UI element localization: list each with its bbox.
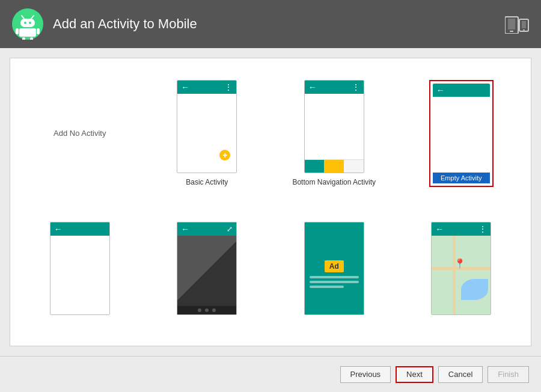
basic-activity-label: Basic Activity — [186, 178, 228, 186]
svg-point-4 — [24, 22, 26, 24]
activity-card-ad[interactable]: Ad — [304, 222, 364, 320]
fullscreen-content — [177, 236, 236, 306]
ad-top-bar — [305, 222, 364, 236]
map-phone: ← ⋮ 📍 — [431, 222, 491, 315]
activity-card-fullscreen[interactable]: ← ⤢ — [177, 222, 237, 320]
selected-activity-label-bar: Empty Activity — [433, 173, 490, 183]
activity-grid: Add No Activity ← ⋮ + Basic Activity ← — [10, 58, 531, 346]
back-arrow-icon: ← — [181, 82, 189, 92]
fullscreen-phone: ← ⤢ — [177, 222, 237, 315]
svg-rect-3 — [20, 19, 35, 27]
svg-point-5 — [29, 22, 31, 24]
activity-card-basic[interactable]: ← ⋮ + Basic Activity — [177, 80, 237, 186]
svg-rect-15 — [522, 21, 526, 28]
header: Add an Activity to Mobile — [0, 0, 541, 48]
expand-icon: ⤢ — [227, 225, 233, 233]
ad-lines — [310, 276, 359, 290]
activity-card-empty[interactable]: ← Empty Activity — [429, 80, 494, 187]
ad-phone: Ad — [304, 222, 364, 315]
svg-rect-8 — [37, 28, 40, 34]
activity-card-no-activity[interactable]: Add No Activity — [53, 87, 106, 180]
fragment-phone-body — [50, 236, 109, 314]
back-arrow-icon: ← — [308, 82, 317, 92]
svg-rect-16 — [523, 29, 525, 31]
ad-line — [310, 281, 359, 283]
phone-button — [212, 308, 216, 312]
menu-dots-icon: ⋮ — [352, 82, 360, 92]
device-icon — [505, 14, 529, 34]
ad-line — [310, 286, 344, 288]
map-water — [461, 279, 488, 300]
activity-card-bottom-nav[interactable]: ← ⋮ Bottom Navigation Activity — [292, 80, 376, 186]
fullscreen-diagonal — [177, 236, 236, 306]
previous-button[interactable]: Previous — [340, 366, 391, 383]
bottom-nav-item-2 — [324, 160, 344, 173]
selected-border: ← Empty Activity — [429, 80, 494, 187]
basic-activity-phone: ← ⋮ + — [177, 80, 237, 173]
bottom-nav-phone-bar: ← ⋮ — [305, 81, 364, 94]
empty-phone-bar: ← — [433, 84, 490, 97]
bottom-nav-activity-label: Bottom Navigation Activity — [292, 178, 376, 186]
back-arrow-icon: ← — [54, 224, 63, 234]
map-content: 📍 — [432, 236, 491, 314]
map-background: 📍 — [432, 236, 491, 314]
empty-phone-body — [433, 97, 490, 173]
empty-activity-phone: ← — [433, 84, 490, 173]
activity-card-map[interactable]: ← ⋮ 📍 — [431, 222, 491, 320]
back-arrow-icon: ← — [181, 224, 189, 234]
ad-line — [310, 276, 359, 278]
finish-button[interactable]: Finish — [488, 366, 529, 383]
menu-dots-icon: ⋮ — [224, 82, 233, 92]
svg-rect-13 — [510, 31, 513, 32]
basic-phone-body: + — [177, 94, 236, 173]
ad-body: Ad — [305, 236, 364, 314]
back-arrow-icon: ← — [435, 224, 444, 234]
basic-phone-bar: ← ⋮ — [177, 81, 236, 94]
bottom-nav-phone: ← ⋮ — [304, 80, 364, 173]
cancel-button[interactable]: Cancel — [438, 366, 483, 383]
fragment-phone: ← — [50, 222, 110, 315]
no-activity-placeholder: Add No Activity — [53, 87, 106, 180]
bottom-nav-item-3 — [344, 160, 364, 173]
svg-rect-7 — [16, 28, 19, 34]
next-button[interactable]: Next — [396, 366, 433, 383]
content-area: Add No Activity ← ⋮ + Basic Activity ← — [0, 48, 541, 356]
phone-button — [198, 308, 201, 312]
footer: Previous Next Cancel Finish — [0, 356, 541, 392]
back-arrow-icon: ← — [436, 85, 445, 95]
svg-rect-6 — [19, 28, 36, 37]
ad-badge: Ad — [325, 260, 344, 272]
map-phone-bar: ← ⋮ — [432, 222, 491, 236]
bottom-nav-bar — [305, 159, 364, 173]
menu-dots-icon: ⋮ — [478, 224, 487, 234]
header-title: Add an Activity to Mobile — [53, 16, 495, 32]
map-road-vertical — [453, 236, 456, 314]
map-pin-icon: 📍 — [454, 258, 466, 269]
fullscreen-bottom-bar — [177, 306, 236, 314]
phone-button — [205, 308, 209, 312]
svg-rect-12 — [508, 19, 515, 29]
bottom-nav-phone-body — [305, 94, 364, 173]
android-logo — [12, 8, 43, 40]
activity-card-fragment[interactable]: ← — [50, 222, 110, 320]
no-activity-label: Add No Activity — [53, 129, 106, 138]
fullscreen-phone-bar: ← ⤢ — [177, 222, 236, 236]
bottom-nav-item-1 — [305, 160, 325, 173]
fab-icon: + — [219, 150, 230, 161]
fragment-phone-bar: ← — [50, 222, 109, 236]
